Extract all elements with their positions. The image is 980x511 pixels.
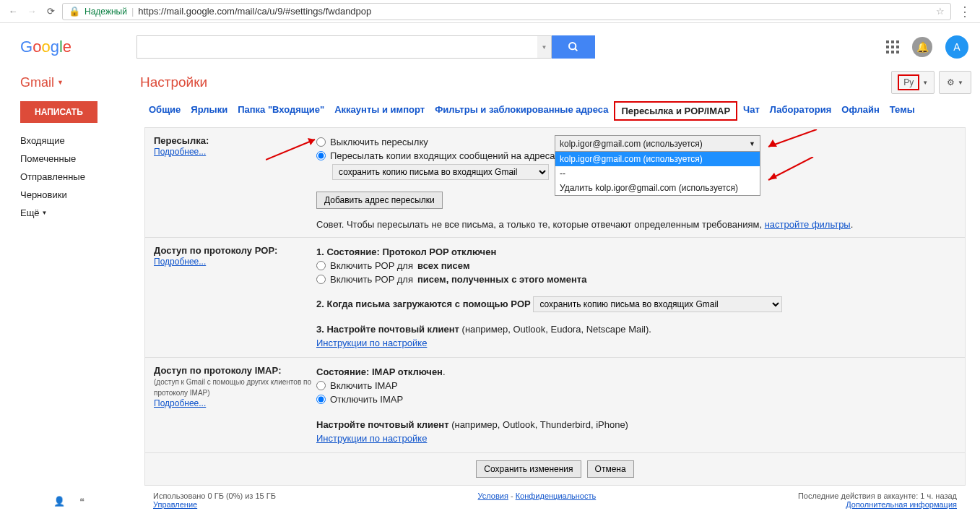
last-activity-text: Последние действия в аккаунте: 1 ч. наза… xyxy=(798,491,957,500)
settings-gear-button[interactable]: ⚙▼ xyxy=(939,71,971,94)
tab-chat[interactable]: Чат xyxy=(739,101,764,121)
save-button[interactable]: Сохранить изменения xyxy=(476,460,581,478)
search-button[interactable] xyxy=(552,35,595,59)
combo-option-selected[interactable]: kolp.igor@gmail.com (используется) xyxy=(555,152,760,166)
imap-learn-more[interactable]: Подробнее... xyxy=(154,398,206,408)
page-title: Настройки xyxy=(140,74,207,90)
tab-labels[interactable]: Ярлыки xyxy=(186,101,232,121)
tab-labs[interactable]: Лаборатория xyxy=(766,101,836,121)
terms-link[interactable]: Условия xyxy=(478,491,508,500)
radio-imap-disable[interactable] xyxy=(316,395,326,404)
search-options-dropdown[interactable]: ▼ xyxy=(537,35,552,59)
imap-label: Доступ по протоколу IMAP: xyxy=(154,365,281,376)
sidebar-item-more[interactable]: Ещё▼ xyxy=(20,204,144,222)
lock-icon: 🔒 xyxy=(69,6,80,17)
gmail-dropdown[interactable]: Gmail▼ xyxy=(20,75,64,90)
sidebar-item-inbox[interactable]: Входящие xyxy=(20,132,144,150)
reload-icon[interactable]: ⟳ xyxy=(43,4,58,19)
forwarding-learn-more[interactable]: Подробнее... xyxy=(154,147,206,157)
radio-pop-all[interactable] xyxy=(316,261,326,270)
pop-learn-more[interactable]: Подробнее... xyxy=(154,257,206,267)
tab-forwarding-pop-imap[interactable]: Пересылка и POP/IMAP xyxy=(614,101,737,121)
details-link[interactable]: Дополнительная информация xyxy=(846,500,957,509)
cancel-button[interactable]: Отмена xyxy=(587,460,634,478)
manage-storage-link[interactable]: Управление xyxy=(153,500,197,509)
storage-text: Использовано 0 ГБ (0%) из 15 ГБ xyxy=(153,491,276,500)
tab-accounts[interactable]: Аккаунты и импорт xyxy=(330,101,429,121)
pop-label: Доступ по протоколу POP: xyxy=(154,245,277,256)
avatar[interactable]: А xyxy=(945,35,968,59)
configure-filters-link[interactable]: настройте фильтры xyxy=(765,219,851,230)
forwarding-label: Пересылка: xyxy=(154,135,209,146)
browser-menu-icon[interactable]: ⋮ xyxy=(955,4,974,20)
sidebar-item-drafts[interactable]: Черновики xyxy=(20,186,144,204)
forwarding-tip: Совет. Чтобы пересылать не все письма, а… xyxy=(316,219,956,230)
apps-icon[interactable] xyxy=(886,40,899,53)
svg-point-0 xyxy=(569,43,576,49)
tab-general[interactable]: Общие xyxy=(144,101,185,121)
tab-inbox[interactable]: Папка "Входящие" xyxy=(233,101,329,121)
radio-disable-forwarding-label: Выключить пересылку xyxy=(330,137,428,147)
radio-forward-copies-label: Пересылать копии входящих сообщений на а… xyxy=(330,150,555,161)
person-icon[interactable]: 👤 xyxy=(53,496,65,507)
notifications-icon[interactable]: 🔔 xyxy=(912,37,932,57)
radio-imap-enable[interactable] xyxy=(316,381,326,390)
svg-line-1 xyxy=(575,48,577,51)
compose-button[interactable]: НАПИСАТЬ xyxy=(20,101,97,123)
forward-icon: → xyxy=(25,4,39,19)
tab-themes[interactable]: Темы xyxy=(885,101,919,121)
imap-sublabel: (доступ к Gmail с помощью других клиенто… xyxy=(154,378,311,397)
language-button[interactable]: Ру▼ xyxy=(891,71,935,94)
privacy-link[interactable]: Конфиденциальность xyxy=(516,491,597,500)
settings-tabs: Общие Ярлыки Папка "Входящие" Аккаунты и… xyxy=(144,101,966,124)
hangouts-icon[interactable]: ❝ xyxy=(79,496,84,507)
pop-download-select[interactable]: сохранить копию письма во входящих Gmail xyxy=(533,296,782,312)
gear-icon: ⚙ xyxy=(947,77,955,87)
tab-filters[interactable]: Фильтры и заблокированные адреса xyxy=(430,101,612,121)
url-bar[interactable]: 🔒 Надежный | https://mail.google.com/mai… xyxy=(62,3,951,20)
secure-label: Надежный xyxy=(84,7,127,17)
url-text: https://mail.google.com/mail/ca/u/9/#set… xyxy=(138,6,371,17)
combo-option-delete[interactable]: Удалить kolp.igor@gmail.com (используетс… xyxy=(555,181,760,195)
radio-pop-now[interactable] xyxy=(316,275,326,284)
search-input[interactable] xyxy=(136,35,537,59)
imap-instructions-link[interactable]: Инструкции по настройке xyxy=(316,433,427,444)
tab-offline[interactable]: Офлайн xyxy=(837,101,884,121)
add-forward-address-button[interactable]: Добавить адрес пересылки xyxy=(316,192,443,209)
radio-forward-copies[interactable] xyxy=(316,151,326,160)
pop-instructions-link[interactable]: Инструкции по настройке xyxy=(316,338,427,348)
google-logo[interactable]: Google xyxy=(20,38,71,56)
star-icon[interactable]: ☆ xyxy=(936,6,945,17)
radio-disable-forwarding[interactable] xyxy=(316,137,326,147)
search-icon xyxy=(568,41,579,53)
forward-address-dropdown[interactable]: kolp.igor@gmail.com (используется)▼ kolp… xyxy=(555,135,760,196)
sidebar-item-sent[interactable]: Отправленные xyxy=(20,168,144,186)
back-icon[interactable]: ← xyxy=(6,4,20,19)
forward-keep-select[interactable]: сохранить копию письма во входящих Gmail xyxy=(332,164,549,180)
combo-option-divider: -- xyxy=(555,166,760,181)
sidebar-item-starred[interactable]: Помеченные xyxy=(20,150,144,168)
